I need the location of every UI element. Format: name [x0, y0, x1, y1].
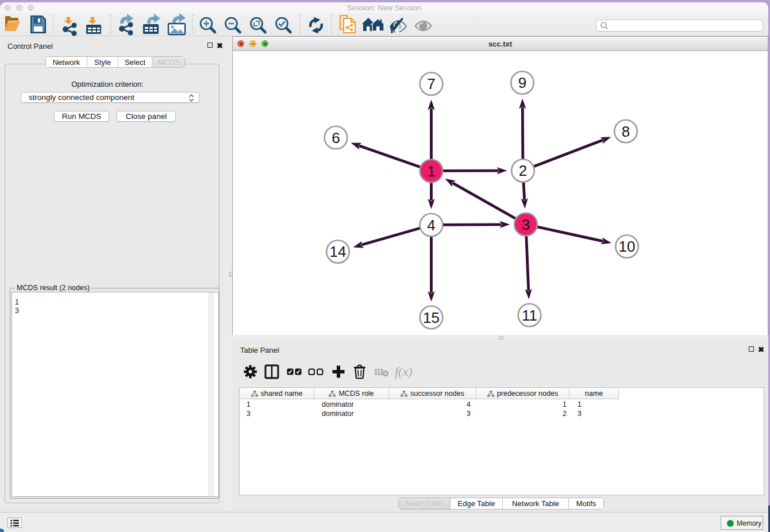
svg-text:9: 9: [518, 74, 526, 91]
svg-text:15: 15: [423, 309, 440, 326]
svg-text:2: 2: [519, 162, 527, 179]
svg-text:14: 14: [330, 243, 346, 260]
svg-text:7: 7: [427, 75, 435, 92]
svg-text:11: 11: [522, 307, 537, 324]
svg-text:1: 1: [427, 163, 435, 180]
svg-text:4: 4: [427, 217, 435, 234]
svg-text:f(x): f(x): [395, 364, 413, 379]
svg-text:6: 6: [332, 129, 340, 147]
svg-text:3: 3: [522, 216, 530, 233]
svg-text:10: 10: [619, 238, 636, 255]
svg-text:8: 8: [622, 123, 630, 140]
